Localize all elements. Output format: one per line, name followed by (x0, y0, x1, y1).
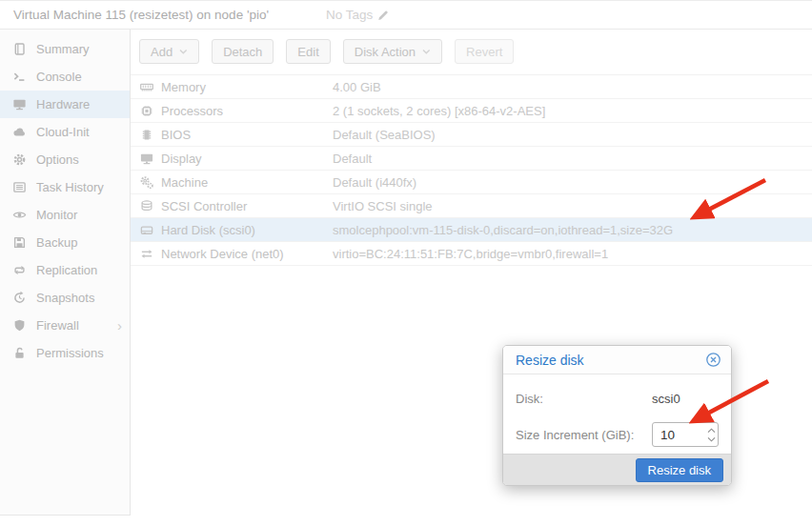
spinner-up-icon[interactable] (707, 428, 716, 434)
disk-action-button[interactable]: Disk Action (343, 39, 442, 64)
disk-field-value: scsi0 (652, 392, 680, 406)
vm-sidebar: Summary Console Hardware Cloud-Init Opti… (0, 30, 131, 516)
shield-icon (12, 318, 28, 334)
sidebar-item-snapshots[interactable]: Snapshots (0, 284, 130, 312)
row-label: Hard Disk (scsi0) (161, 223, 333, 237)
page-title: Virtual Machine 115 (resizetest) on node… (13, 8, 269, 22)
chevron-down-icon (179, 49, 188, 55)
dialog-title: Resize disk (516, 353, 584, 368)
row-label: Machine (161, 175, 333, 190)
row-value: virtio=BC:24:11:51:FB:7C,bridge=vmbr0,fi… (333, 247, 608, 261)
row-value: Default (i440fx) (333, 175, 416, 190)
dialog-footer: Resize disk (503, 454, 731, 485)
table-row-display[interactable]: Display Default (131, 147, 812, 171)
row-value: smolcephpool:vm-115-disk-0,discard=on,io… (333, 223, 673, 237)
sidebar-item-label: Permissions (36, 346, 104, 360)
terminal-icon (12, 70, 28, 85)
sidebar-item-cloud-init[interactable]: Cloud-Init (0, 118, 130, 146)
memory-icon (139, 79, 155, 94)
cpu-icon (139, 103, 155, 118)
hardware-table: Memory 4.00 GiB Processors 2 (1 sockets,… (131, 74, 812, 266)
floppy-icon (12, 235, 28, 251)
sidebar-item-label: Hardware (36, 97, 90, 111)
sidebar-item-hardware[interactable]: Hardware (0, 91, 130, 118)
eye-icon (12, 208, 28, 223)
database-icon (139, 198, 155, 213)
spinner-down-icon[interactable] (707, 436, 716, 442)
sidebar-item-label: Options (36, 152, 79, 167)
revert-button[interactable]: Revert (455, 39, 514, 64)
page-header: Virtual Machine 115 (resizetest) on node… (0, 0, 812, 30)
dialog-body: Disk: scsi0 Size Increment (GiB): (503, 374, 731, 447)
row-value: VirtIO SCSI single (333, 199, 433, 213)
resize-disk-dialog: Resize disk Disk: scsi0 Size Increment (… (502, 345, 732, 486)
edit-tags-button[interactable] (376, 9, 390, 22)
close-icon (705, 352, 721, 368)
sidebar-item-label: Task History (36, 180, 104, 194)
row-label: Display (161, 152, 333, 166)
sidebar-item-label: Cloud-Init (36, 125, 90, 139)
table-row-network-device[interactable]: Network Device (net0) virtio=BC:24:11:51… (131, 242, 812, 266)
unlock-icon (12, 346, 28, 361)
size-increment-stepper (652, 422, 719, 447)
row-value: 2 (1 sockets, 2 cores) [x86-64-v2-AES] (333, 104, 545, 118)
chevron-down-icon (422, 49, 431, 55)
sidebar-item-label: Summary (36, 42, 90, 56)
sidebar-item-monitor[interactable]: Monitor (0, 201, 130, 229)
list-icon (12, 180, 28, 195)
table-row-bios[interactable]: BIOS Default (SeaBIOS) (131, 123, 812, 147)
sidebar-item-console[interactable]: Console (0, 63, 130, 91)
gear-icon (12, 152, 28, 168)
row-label: BIOS (161, 128, 333, 142)
sidebar-item-label: Backup (36, 235, 77, 250)
network-icon (139, 246, 155, 261)
row-label: Memory (161, 80, 333, 94)
resize-disk-submit-button[interactable]: Resize disk (636, 458, 723, 482)
detach-button[interactable]: Detach (212, 39, 274, 64)
size-increment-label: Size Increment (GiB): (516, 428, 652, 442)
pencil-icon (376, 9, 390, 22)
edit-button[interactable]: Edit (286, 39, 330, 64)
row-label: SCSI Controller (161, 199, 333, 213)
add-button[interactable]: Add (139, 39, 199, 64)
display-icon (12, 97, 28, 112)
display-icon (139, 151, 155, 166)
sidebar-item-task-history[interactable]: Task History (0, 173, 130, 201)
history-icon (12, 291, 28, 306)
replication-icon (12, 263, 28, 278)
sidebar-item-label: Firewall (36, 318, 79, 333)
table-row-memory[interactable]: Memory 4.00 GiB (131, 75, 812, 99)
sidebar-item-permissions[interactable]: Permissions (0, 339, 130, 367)
size-increment-input[interactable] (653, 428, 705, 442)
row-value: 4.00 GiB (333, 80, 381, 94)
dialog-header[interactable]: Resize disk (503, 346, 731, 374)
harddisk-icon (139, 222, 155, 237)
table-row-scsi-controller[interactable]: SCSI Controller VirtIO SCSI single (131, 194, 812, 218)
row-label: Processors (161, 104, 333, 118)
no-tags-label: No Tags (326, 8, 373, 22)
sidebar-item-firewall[interactable]: Firewall › (0, 312, 130, 339)
row-label: Network Device (net0) (161, 247, 333, 261)
sidebar-item-label: Replication (36, 263, 97, 277)
sidebar-item-replication[interactable]: Replication (0, 256, 130, 284)
disk-field-label: Disk: (516, 392, 652, 406)
table-row-machine[interactable]: Machine Default (i440fx) (131, 171, 812, 194)
book-icon (12, 42, 28, 57)
sidebar-item-backup[interactable]: Backup (0, 229, 130, 256)
cloud-icon (12, 125, 28, 140)
sidebar-item-label: Console (36, 70, 82, 84)
sidebar-item-summary[interactable]: Summary (0, 35, 130, 63)
row-value: Default (SeaBIOS) (333, 128, 436, 142)
sidebar-item-options[interactable]: Options (0, 146, 130, 173)
close-button[interactable] (705, 352, 721, 368)
hardware-toolbar: Add Detach Edit Disk Action Revert (131, 30, 812, 69)
table-row-hard-disk[interactable]: Hard Disk (scsi0) smolcephpool:vm-115-di… (131, 218, 812, 242)
row-value: Default (333, 152, 372, 166)
chip-icon (139, 127, 155, 142)
sidebar-item-label: Monitor (36, 208, 77, 222)
table-row-processors[interactable]: Processors 2 (1 sockets, 2 cores) [x86-6… (131, 99, 812, 123)
submenu-chevron-icon: › (117, 317, 122, 334)
gears-icon (139, 174, 155, 190)
sidebar-item-label: Snapshots (36, 291, 94, 305)
